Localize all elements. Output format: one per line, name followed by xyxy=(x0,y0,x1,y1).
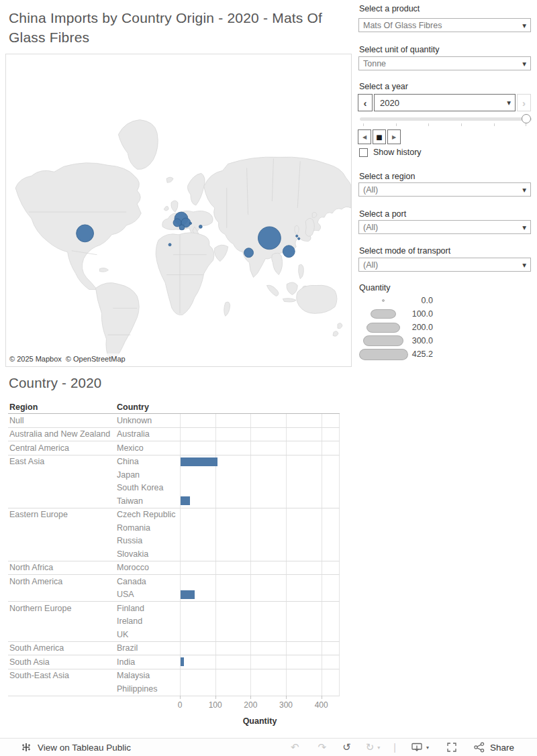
show-history-checkbox[interactable] xyxy=(359,148,368,157)
year-dropdown[interactable]: 2020 ▼ xyxy=(374,94,516,111)
table-row[interactable]: East AsiaChina xyxy=(8,455,340,469)
view-on-tableau-public[interactable]: View on Tableau Public xyxy=(21,742,131,753)
bubble-usa[interactable] xyxy=(77,225,94,242)
country-cell: Taiwan xyxy=(115,494,180,508)
table-row[interactable]: Russia xyxy=(8,535,340,548)
undo-icon[interactable]: ↶ xyxy=(291,743,299,753)
bubble-japan-dot[interactable] xyxy=(298,237,300,239)
bar-cell xyxy=(180,628,340,641)
bubble-morocco-dot[interactable] xyxy=(168,244,171,246)
axis-tick-label: 200 xyxy=(237,700,264,710)
axis-tick-mark xyxy=(250,696,251,699)
table-row[interactable]: South-East AsiaMalaysia xyxy=(8,669,340,683)
share-label[interactable]: Share xyxy=(490,743,514,753)
year-prev-button[interactable]: ‹ xyxy=(358,94,373,111)
mapbox-attribution[interactable]: © 2025 Mapbox xyxy=(9,355,62,363)
world-map[interactable]: © 2025 Mapbox© OpenStreetMap xyxy=(5,54,352,367)
playback-stop-button[interactable]: ■ xyxy=(373,129,386,144)
size-legend-value: 300.0 xyxy=(409,336,433,345)
revert-icon[interactable]: ↺ xyxy=(342,743,351,753)
size-legend-item[interactable]: 300.0 xyxy=(358,334,433,347)
table-row[interactable]: Ireland xyxy=(8,615,340,629)
region-column-header[interactable]: Region xyxy=(8,402,115,412)
osm-attribution[interactable]: © OpenStreetMap xyxy=(66,355,126,363)
table-row[interactable]: North AmericaCanada xyxy=(8,575,340,588)
map-canvas[interactable] xyxy=(6,54,351,366)
table-row[interactable]: Philippines xyxy=(8,682,340,696)
port-dropdown[interactable]: (All) ▼ xyxy=(358,220,531,234)
unit-dropdown[interactable]: Tonne ▼ xyxy=(358,56,531,70)
fullscreen-icon[interactable] xyxy=(446,742,457,753)
chevron-down-icon: ▼ xyxy=(522,22,526,28)
download-caret-icon[interactable]: ▾ xyxy=(426,745,429,751)
table-row[interactable]: NullUnknown xyxy=(8,414,340,427)
table-row[interactable]: Romania xyxy=(8,521,340,535)
country-column-header[interactable]: Country xyxy=(115,402,180,412)
year-dropdown-value: 2020 xyxy=(380,98,399,108)
table-row[interactable]: UK xyxy=(8,628,340,641)
map-land xyxy=(15,120,351,360)
size-legend-value: 0.0 xyxy=(409,296,433,305)
quantity-bar[interactable] xyxy=(181,590,195,599)
year-slider-track[interactable] xyxy=(360,117,532,121)
region-group: NullUnknown xyxy=(8,414,340,427)
bubble-south-korea-dot[interactable] xyxy=(296,235,298,237)
year-slider-ticks xyxy=(360,123,532,127)
table-row[interactable]: Eastern EuropeCzech Republic xyxy=(8,508,340,522)
year-next-button[interactable]: › xyxy=(517,94,531,111)
port-dropdown-value: (All) xyxy=(363,223,378,232)
size-legend-item[interactable]: 0.0 xyxy=(358,294,433,307)
refresh-caret-icon[interactable]: ▾ xyxy=(377,745,380,751)
download-icon[interactable] xyxy=(411,742,423,753)
size-legend-item[interactable]: 100.0 xyxy=(358,307,433,321)
table-row[interactable]: South AmericaBrazil xyxy=(8,642,340,655)
country-cell: Mexico xyxy=(115,441,180,455)
bar-cell xyxy=(180,521,340,535)
share-icon[interactable] xyxy=(473,742,485,753)
bar-cell xyxy=(180,561,340,575)
bubble-romania-dot[interactable] xyxy=(199,225,202,229)
region-cell xyxy=(8,547,115,561)
table-row[interactable]: Australia and New ZealandAustralia xyxy=(8,428,340,441)
size-legend-shape xyxy=(367,323,400,333)
size-legend-value: 200.0 xyxy=(409,323,433,332)
table-row[interactable]: Slovakia xyxy=(8,547,340,561)
axis-tick-mark xyxy=(322,696,322,699)
bubble-india[interactable] xyxy=(244,248,254,258)
product-dropdown[interactable]: Mats Of Glass Fibres ▼ xyxy=(358,18,531,32)
transport-dropdown[interactable]: (All) ▼ xyxy=(358,258,531,272)
refresh-icon[interactable]: ↻ xyxy=(366,743,375,753)
table-row[interactable]: USA xyxy=(8,588,340,602)
bar-cell xyxy=(180,655,340,669)
axis-tick-mark xyxy=(215,696,216,699)
quantity-bar[interactable] xyxy=(181,496,190,505)
region-dropdown[interactable]: (All) ▼ xyxy=(358,182,531,197)
table-row[interactable]: Taiwan xyxy=(8,494,340,508)
country-cell: UK xyxy=(115,628,180,641)
bubble-spain[interactable] xyxy=(179,225,185,230)
bubble-south-china[interactable] xyxy=(283,246,295,258)
bubble-china[interactable] xyxy=(258,227,281,250)
table-row[interactable]: South AsiaIndia xyxy=(8,655,340,669)
quantity-bar[interactable] xyxy=(181,457,217,466)
year-slider-knob[interactable] xyxy=(522,114,531,123)
playback-back-button[interactable]: ◀ xyxy=(358,129,371,144)
size-legend-item[interactable]: 200.0 xyxy=(358,321,433,334)
table-row[interactable]: North AfricaMorocco xyxy=(8,561,340,575)
table-row[interactable]: Northern EuropeFinland xyxy=(8,602,340,615)
region-cell xyxy=(8,628,115,641)
region-cell xyxy=(8,482,115,495)
playback-forward-button[interactable]: ▶ xyxy=(387,129,401,144)
chevron-down-icon: ▼ xyxy=(522,262,526,268)
redo-icon[interactable]: ↷ xyxy=(318,743,327,753)
size-legend-shape xyxy=(371,309,396,319)
quantity-bar[interactable] xyxy=(181,657,184,666)
table-row[interactable]: South Korea xyxy=(8,482,340,495)
country-cell: Malaysia xyxy=(115,669,180,683)
region-group: Northern EuropeFinlandIrelandUK xyxy=(8,601,340,641)
table-row[interactable]: Central AmericaMexico xyxy=(8,441,340,455)
size-legend-item[interactable]: 425.2 xyxy=(358,347,433,361)
country-cell: Ireland xyxy=(115,615,180,629)
table-row[interactable]: Japan xyxy=(8,468,340,482)
bubble-belgium-dot[interactable] xyxy=(189,222,191,224)
